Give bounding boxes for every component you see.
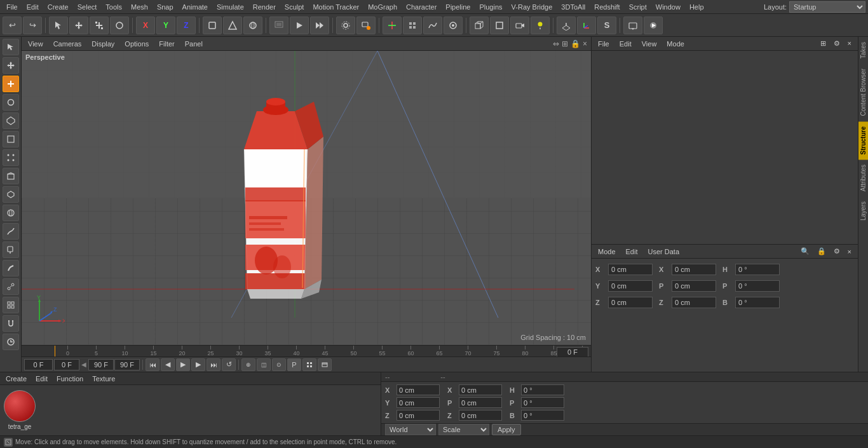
- timeline-current-start[interactable]: [54, 359, 79, 370]
- render-all-button[interactable]: [310, 17, 329, 34]
- attr-z2-val[interactable]: [672, 297, 716, 308]
- attr-p2-val[interactable]: [735, 280, 780, 292]
- viewport-expand-icon[interactable]: ⇔: [553, 39, 559, 48]
- rotate-tool-button[interactable]: [110, 17, 129, 34]
- menu-mesh[interactable]: Mesh: [127, 2, 152, 12]
- attr-close-icon[interactable]: ×: [845, 247, 854, 256]
- model-mode-button[interactable]: [223, 17, 242, 34]
- coord-z2-field[interactable]: [459, 410, 502, 421]
- render-settings-button[interactable]: [336, 17, 355, 34]
- menu-create[interactable]: Create: [44, 2, 72, 12]
- paint-button[interactable]: [444, 17, 463, 34]
- timeline-loop-btn[interactable]: ↺: [222, 358, 236, 371]
- timeline-mode2-btn[interactable]: ◫: [257, 358, 271, 371]
- menu-simulate[interactable]: Simulate: [213, 2, 248, 12]
- ruler-time-display[interactable]: 0 F: [557, 347, 588, 356]
- timeline-start-field[interactable]: [24, 359, 53, 370]
- display-btn[interactable]: [623, 17, 642, 34]
- viewport-lock-icon[interactable]: 🔒: [571, 39, 580, 48]
- viewport-close-icon[interactable]: ×: [583, 39, 587, 48]
- sidebar-obj2-btn[interactable]: [3, 186, 19, 203]
- texture-mode-button[interactable]: [243, 17, 262, 34]
- attr-b-val[interactable]: [735, 297, 780, 308]
- layout-dropdown[interactable]: Startup Standard: [789, 1, 865, 13]
- obj-menu-edit[interactable]: Edit: [617, 39, 634, 48]
- move-tool-button[interactable]: [69, 17, 88, 34]
- menu-plugins[interactable]: Plugins: [475, 2, 506, 12]
- material-ball[interactable]: [4, 390, 36, 422]
- x-axis-button[interactable]: X: [136, 17, 155, 34]
- attr-lock-icon[interactable]: 🔒: [815, 247, 829, 256]
- coord-y1-field[interactable]: [397, 397, 440, 408]
- obj-lock-icon[interactable]: ⊞: [818, 39, 829, 48]
- select-tool-button[interactable]: [49, 17, 68, 34]
- sidebar-select-btn[interactable]: [3, 39, 19, 55]
- attr-z-pos[interactable]: [608, 297, 653, 308]
- coord-apply-button[interactable]: Apply: [492, 424, 521, 435]
- attr-x-pos[interactable]: [608, 264, 653, 275]
- redo-button[interactable]: ↪: [23, 17, 42, 34]
- sidebar-measure-btn[interactable]: [3, 334, 19, 350]
- mat-menu-texture[interactable]: Texture: [90, 374, 117, 383]
- timeline-end-field[interactable]: [88, 359, 114, 370]
- attr-p-val[interactable]: [672, 280, 716, 292]
- attr-menu-userdata[interactable]: User Data: [646, 247, 682, 256]
- menu-edit[interactable]: Edit: [23, 2, 43, 12]
- sidebar-sculpt-btn[interactable]: [3, 260, 19, 276]
- sidebar-rotate-btn[interactable]: [3, 94, 19, 111]
- menu-vray[interactable]: V-Ray Bridge: [508, 2, 557, 12]
- menu-redshift[interactable]: Redshift: [590, 2, 623, 12]
- menu-file[interactable]: File: [3, 2, 22, 12]
- sidebar-edge-btn[interactable]: [3, 131, 19, 147]
- sidebar-obj1-btn[interactable]: [3, 168, 19, 184]
- sidebar-grid-btn[interactable]: [3, 297, 19, 313]
- coord-x1-field[interactable]: [397, 384, 440, 395]
- obj-menu-file[interactable]: File: [595, 39, 612, 48]
- menu-render[interactable]: Render: [249, 2, 280, 12]
- timeline-mode3-btn[interactable]: ⊙: [272, 358, 286, 371]
- coord-system-btn[interactable]: [577, 17, 596, 34]
- coord-p2-field[interactable]: [521, 397, 564, 408]
- camera-btn[interactable]: [510, 17, 529, 34]
- timeline-prev-frame-btn[interactable]: ◀: [161, 358, 175, 371]
- timeline-play-btn[interactable]: ▶: [176, 358, 190, 371]
- menu-tools[interactable]: Tools: [102, 2, 126, 12]
- edge-tab-attributes[interactable]: Attributes: [858, 160, 868, 196]
- coord-z1-field[interactable]: [397, 410, 440, 421]
- undo-button[interactable]: ↩: [3, 17, 22, 34]
- viewport-menu-view[interactable]: View: [25, 39, 46, 48]
- sidebar-pen-btn[interactable]: [3, 223, 19, 240]
- sidebar-topo-btn[interactable]: [3, 278, 19, 295]
- z-axis-button[interactable]: Z: [177, 17, 196, 34]
- menu-help[interactable]: Help: [686, 2, 708, 12]
- attr-x2-val[interactable]: [672, 264, 716, 275]
- y-axis-button[interactable]: Y: [156, 17, 175, 34]
- render-region-button[interactable]: [269, 17, 288, 34]
- menu-pipeline[interactable]: Pipeline: [442, 2, 474, 12]
- attr-h-val[interactable]: [735, 264, 780, 275]
- mat-menu-function[interactable]: Function: [55, 374, 85, 383]
- timeline-to-start-btn[interactable]: ⏮: [146, 358, 159, 371]
- sidebar-magnet-btn[interactable]: [3, 315, 19, 332]
- obj-menu-view[interactable]: View: [639, 39, 660, 48]
- attr-menu-mode[interactable]: Mode: [595, 247, 618, 256]
- timeline-mode4-btn[interactable]: P: [287, 358, 301, 371]
- menu-script[interactable]: Script: [625, 2, 651, 12]
- menu-window[interactable]: Window: [652, 2, 684, 12]
- attr-settings-icon[interactable]: ⚙: [831, 247, 843, 256]
- render-view-button[interactable]: [290, 17, 309, 34]
- coord-scale-dropdown[interactable]: Scale Size: [438, 424, 489, 435]
- mat-menu-create[interactable]: Create: [4, 374, 29, 383]
- menu-character[interactable]: Character: [402, 2, 440, 12]
- snap-button[interactable]: [403, 17, 422, 34]
- render-btn2[interactable]: [644, 17, 663, 34]
- sidebar-scale-btn[interactable]: [3, 76, 19, 92]
- interactive-render-button[interactable]: [356, 17, 376, 34]
- viewport-menu-display[interactable]: Display: [89, 39, 117, 48]
- viewport-menu-options[interactable]: Options: [122, 39, 151, 48]
- object-mode-button[interactable]: [203, 17, 222, 34]
- sidebar-obj3-btn[interactable]: [3, 205, 19, 221]
- menu-3dtoall[interactable]: 3DToAll: [557, 2, 589, 12]
- obj-menu-mode[interactable]: Mode: [664, 39, 687, 48]
- menu-mograph[interactable]: MoGraph: [364, 2, 401, 12]
